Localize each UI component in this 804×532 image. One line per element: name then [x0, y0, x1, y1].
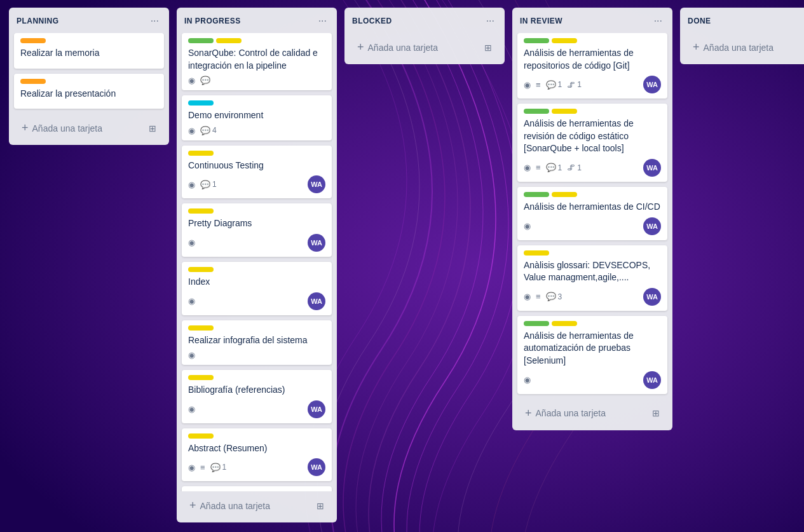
comment-icon: 💬: [546, 292, 556, 301]
card-ip1[interactable]: SonarQube: Control de calidad e integrac…: [182, 33, 332, 90]
badge-eye: ◉: [188, 463, 195, 472]
add-card-label: Añada una tarjeta: [32, 123, 103, 133]
card-ir5[interactable]: Análisis de herramientas de automatizaci…: [517, 316, 667, 394]
badge-comment: 💬1: [546, 80, 562, 90]
card-title: Demo environment: [188, 109, 325, 122]
card-ip6[interactable]: Realizar infografia del sistema◉: [182, 320, 332, 365]
badge-eye: ◉: [188, 180, 195, 189]
card-labels: [20, 38, 158, 43]
card-labels: [524, 192, 661, 197]
badge-comment: 💬3: [546, 292, 562, 301]
add-card-button[interactable]: +Añada una tarjeta⊞: [182, 494, 332, 517]
label-yellow: [216, 38, 242, 43]
badge-count: 3: [558, 292, 562, 301]
eye-icon: ◉: [188, 404, 195, 414]
column-header: IN PROGRESS···: [177, 8, 337, 33]
avatar: WA: [308, 292, 325, 310]
card-title: Abstract (Resumen): [188, 442, 325, 455]
card-title: Realizar infografia del sistema: [188, 334, 325, 347]
column-cards: SonarQube: Control de calidad e integrac…: [177, 33, 337, 491]
badge-count: 1: [222, 463, 227, 472]
label-yellow: [524, 250, 549, 256]
add-card-button[interactable]: +Añada una tarjeta⊞: [517, 402, 667, 425]
comment-icon: 💬: [546, 80, 556, 90]
badge-eye: ◉: [524, 221, 531, 231]
label-orange: [20, 79, 46, 84]
eye-icon: ◉: [524, 163, 531, 172]
add-card-button[interactable]: +Añada una tarjeta⊞: [685, 36, 804, 59]
eye-icon: ◉: [524, 221, 531, 231]
card-p1[interactable]: Realizar la memoria: [14, 33, 164, 69]
badge-eye: ◉: [524, 375, 531, 385]
card-title: Análisis de herramientas de automatizaci…: [524, 330, 661, 367]
column-title: IN REVIEW: [520, 17, 562, 25]
badge-attach: 🖇1: [567, 80, 582, 90]
card-p2[interactable]: Realizar la presentación: [14, 74, 164, 109]
template-icon[interactable]: ⊞: [149, 123, 156, 133]
card-title: Análisis de herramientas de revisión de …: [524, 118, 661, 155]
column-menu-button[interactable]: ···: [484, 14, 497, 28]
card-footer: ◉WA: [188, 292, 325, 310]
card-ip7[interactable]: Bibliografía (referencias)◉WA: [182, 370, 332, 423]
card-labels: [188, 208, 325, 214]
label-yellow: [552, 38, 577, 43]
avatar: WA: [643, 288, 661, 306]
card-footer: ◉💬4: [188, 126, 325, 135]
badge-count: 1: [212, 180, 217, 189]
avatar: WA: [643, 159, 661, 177]
badge-count: 1: [577, 80, 582, 89]
column-done: DONE···+Añada una tarjeta⊞: [680, 8, 804, 64]
comment-icon: 💬: [200, 126, 210, 135]
eye-icon: ◉: [188, 126, 195, 135]
badge-eye: ◉: [188, 296, 195, 306]
column-title: BLOCKED: [352, 17, 392, 25]
card-ir1[interactable]: Análisis de herramientas de repositorios…: [517, 33, 667, 99]
badge-comment: 💬1: [200, 180, 217, 189]
column-menu-button[interactable]: ···: [651, 14, 665, 28]
card-ir4[interactable]: Anàlisis glossari: DEVSECOPS, Value mana…: [517, 245, 667, 311]
card-title: Realizar la presentación: [20, 88, 158, 100]
card-ip5[interactable]: Index◉WA: [182, 262, 332, 315]
card-title: Análisis de herramientas de CI/CD: [524, 201, 661, 214]
card-footer: ◉≡💬3WA: [524, 288, 661, 306]
card-footer: ◉WA: [524, 217, 661, 235]
menu-icon: ≡: [536, 292, 541, 301]
template-icon[interactable]: ⊞: [652, 408, 660, 418]
label-yellow: [188, 433, 214, 439]
comment-icon: 💬: [200, 76, 210, 85]
column-menu-button[interactable]: ···: [148, 14, 161, 28]
card-title: Bibliografía (referencias): [188, 384, 325, 397]
card-badges: ◉≡💬1🖇1: [524, 163, 582, 172]
badge-count: 1: [558, 80, 562, 89]
eye-icon: ◉: [188, 76, 195, 85]
card-ip4[interactable]: Pretty Diagrams◉WA: [182, 203, 332, 257]
badge-comment: 💬4: [200, 126, 217, 135]
template-icon[interactable]: ⊞: [317, 501, 324, 511]
add-card-label: Añada una tarjeta: [368, 43, 439, 53]
card-ir2[interactable]: Análisis de herramientas de revisión de …: [517, 104, 667, 182]
card-title: Pretty Diagrams: [188, 217, 325, 230]
column-title: IN PROGRESS: [184, 17, 241, 25]
card-ir3[interactable]: Análisis de herramientas de CI/CD◉WA: [517, 187, 667, 240]
column-header: PLANNING···: [9, 8, 169, 33]
card-footer: ◉💬: [188, 76, 325, 85]
add-card-label: Añada una tarjeta: [536, 408, 606, 418]
column-menu-button[interactable]: ···: [316, 14, 329, 28]
card-ip3[interactable]: Continuous Testing◉💬1WA: [182, 146, 332, 199]
card-ip8[interactable]: Abstract (Resumen)◉≡💬1WA: [182, 428, 332, 482]
plus-icon: +: [357, 41, 364, 54]
badge-menu: ≡: [536, 80, 541, 90]
card-ip2[interactable]: Demo environment◉💬4: [182, 95, 332, 140]
badge-eye: ◉: [188, 126, 195, 135]
add-card-button[interactable]: +Añada una tarjeta⊞: [350, 36, 500, 59]
card-title: Análisis de herramientas de repositorios…: [524, 47, 661, 72]
badge-eye: ◉: [188, 404, 195, 414]
template-icon[interactable]: ⊞: [484, 43, 492, 53]
card-ip9[interactable]: UML Pipeline Diagram◉WA: [182, 486, 332, 491]
eye-icon: ◉: [188, 463, 195, 472]
card-footer: ◉💬1WA: [188, 175, 325, 193]
card-labels: [524, 109, 661, 114]
column-cards: Realizar la memoriaRealizar la presentac…: [9, 33, 169, 114]
card-footer: ◉: [188, 350, 325, 360]
add-card-button[interactable]: +Añada una tarjeta⊞: [14, 116, 164, 140]
